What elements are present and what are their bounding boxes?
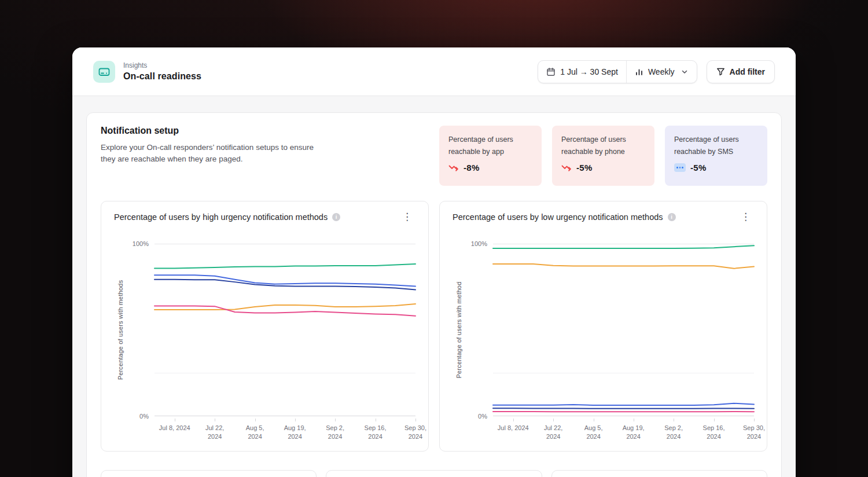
chart-card-low-urgency: Percentage of users by low urgency notif… (439, 201, 767, 452)
y-axis-label: Percentage of users with method (455, 281, 462, 378)
stat-label: Percentage of users reachable by phone (561, 134, 645, 158)
x-tick-label: Sep 30, 2024 (737, 419, 771, 441)
line-series-navy (493, 408, 754, 409)
stat-label: Percentage of users reachable by SMS (674, 134, 758, 158)
line-series-blue (155, 275, 415, 286)
mini-card: ⋮ (101, 470, 317, 477)
x-axis: Jul 8, 2024 Jul 22, 2024 Aug 5, 2024 Aug… (493, 419, 754, 442)
line-series-pink (155, 306, 415, 316)
line-series-blue (493, 403, 754, 405)
oncall-app-icon (93, 61, 115, 83)
section-title: Notification setup (101, 126, 318, 136)
sms-dots-icon (674, 163, 686, 172)
add-filter-label: Add filter (730, 67, 765, 76)
plot-area (155, 244, 415, 416)
line-series-green (155, 264, 415, 268)
date-range-button[interactable]: 1 Jul → 30 Sept (538, 61, 626, 83)
x-tick-label: Sep 16, 2024 (697, 419, 731, 441)
granularity-button[interactable]: Weekly (626, 61, 697, 83)
chart-title: Percentage of users by low urgency notif… (453, 212, 663, 222)
stat-value: -8% (464, 163, 480, 173)
plot-area (493, 244, 754, 416)
mini-card: ⋮ (551, 470, 767, 477)
info-icon[interactable]: i (332, 213, 340, 221)
stat-value: -5% (576, 163, 593, 173)
breadcrumb: Insights (123, 61, 201, 69)
kebab-menu-icon[interactable]: ⋮ (737, 211, 754, 223)
stat-chip-sms: Percentage of users reachable by SMS -5% (665, 126, 767, 186)
app-window: Insights On-call readiness 1 Jul → 30 Se… (72, 47, 796, 477)
x-tick-label: Sep 30, 2024 (399, 419, 432, 441)
add-filter-button[interactable]: Add filter (707, 60, 775, 83)
x-tick-label: Sep 16, 2024 (359, 419, 392, 441)
line-chart-high-urgency (155, 244, 415, 416)
section-description: Explore your On-call responders’ notific… (101, 142, 318, 165)
y-tick-100: 100% (471, 240, 487, 247)
kebab-menu-icon[interactable]: ⋮ (399, 211, 415, 223)
info-icon[interactable]: i (668, 213, 676, 221)
x-tick-label: Sep 2, 2024 (318, 419, 352, 441)
filter-funnel-icon (716, 67, 725, 76)
trend-down-icon (561, 164, 572, 171)
y-tick-100: 100% (133, 240, 149, 247)
x-tick-label: Jul 8, 2024 (496, 419, 530, 432)
content-area: Notification setup Explore your On-call … (72, 96, 796, 477)
x-tick-label: Aug 5, 2024 (577, 419, 610, 441)
page-title: On-call readiness (123, 71, 201, 82)
x-tick-label: Jul 22, 2024 (198, 419, 231, 441)
chart-card-high-urgency: Percentage of users by high urgency noti… (101, 201, 429, 452)
x-tick-label: Jul 22, 2024 (536, 419, 570, 441)
granularity-label: Weekly (648, 67, 675, 76)
line-series-orange (155, 304, 415, 310)
stat-chip-app: Percentage of users reachable by app -8% (439, 126, 542, 186)
date-granularity-control: 1 Jul → 30 Sept Weekly (538, 60, 697, 83)
trend-down-icon (448, 164, 459, 171)
app-header: Insights On-call readiness 1 Jul → 30 Se… (72, 47, 796, 96)
stat-label: Percentage of users reachable by app (448, 134, 532, 158)
line-series-green (493, 245, 754, 248)
y-tick-0: 0% (478, 413, 487, 420)
stat-value: -5% (690, 163, 707, 173)
x-axis: Jul 8, 2024 Jul 22, 2024 Aug 5, 2024 Aug… (155, 419, 415, 442)
stat-chip-phone: Percentage of users reachable by phone -… (552, 126, 654, 186)
x-tick-label: Aug 5, 2024 (238, 419, 272, 441)
chart-title: Percentage of users by high urgency noti… (114, 212, 328, 222)
date-range-label: 1 Jul → 30 Sept (560, 67, 618, 76)
x-tick-label: Aug 19, 2024 (278, 419, 312, 441)
bottom-cards-row: ⋮ ⋮ ⋮ (101, 470, 767, 477)
stat-chips: Percentage of users reachable by app -8%… (439, 126, 767, 186)
calendar-icon (546, 67, 556, 76)
x-tick-label: Jul 8, 2024 (158, 419, 192, 432)
line-series-orange (493, 264, 754, 269)
notification-setup-section: Notification setup Explore your On-call … (86, 112, 782, 477)
line-chart-low-urgency (493, 244, 754, 416)
mini-card: ⋮ (326, 470, 542, 477)
x-tick-label: Sep 2, 2024 (657, 419, 690, 441)
x-tick-label: Aug 19, 2024 (617, 419, 650, 441)
y-tick-0: 0% (139, 413, 149, 420)
y-axis-label: Percentage of users with methods (117, 280, 124, 380)
chevron-down-icon[interactable] (681, 68, 689, 76)
bar-chart-icon (635, 67, 643, 76)
